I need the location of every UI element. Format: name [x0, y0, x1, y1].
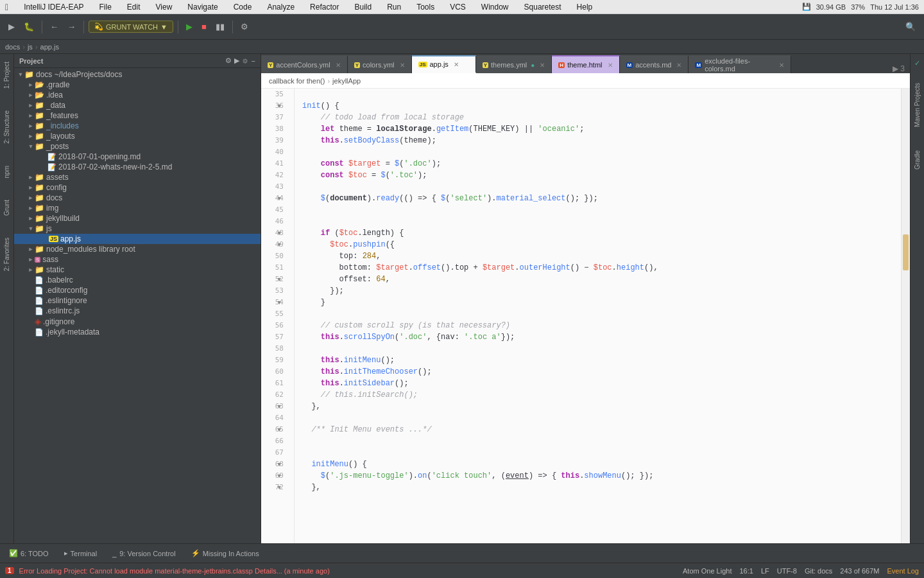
tree-item-post1[interactable]: 📝 2018-07-01-opening.md — [14, 152, 261, 162]
maven-projects-button[interactable]: Maven Projects — [912, 79, 922, 131]
toolbar-debug-btn[interactable]: 🐛 — [21, 20, 37, 33]
tree-item-features[interactable]: ► 📁 _features — [14, 110, 261, 121]
tab-appjs-close[interactable]: ✕ — [454, 61, 459, 68]
fold-68[interactable]: ▼ — [277, 461, 282, 468]
menu-run[interactable]: Run — [384, 3, 404, 12]
tab-accentcolors-close[interactable]: ✕ — [336, 62, 341, 69]
tree-item-static[interactable]: ► 📁 static — [14, 265, 261, 275]
tab-accentcolors[interactable]: Y accentColors.yml ✕ — [261, 55, 348, 73]
fold-72[interactable]: ▼ — [277, 484, 282, 491]
tab-colors-close[interactable]: ✕ — [400, 62, 405, 69]
toolbar-pause-btn[interactable]: ▮▮ — [212, 20, 228, 33]
tree-item-babelrc[interactable]: 📄 .babelrc — [14, 275, 261, 285]
fold-36[interactable]: ▼ — [277, 103, 282, 109]
menu-view[interactable]: View — [153, 3, 175, 12]
breadcrumb-docs[interactable]: docs — [5, 43, 20, 51]
tree-item-jekyllbuild[interactable]: ► 📁 jekyllbuild — [14, 213, 261, 223]
fold-63[interactable]: ▼ — [277, 403, 282, 410]
ed-breadcrumb-jekyllapp[interactable]: jekyllApp — [332, 77, 361, 85]
menu-help[interactable]: Help — [574, 3, 595, 12]
fold-69[interactable]: ▼ — [277, 473, 282, 479]
bottom-tab-vcs[interactable]: ⎯ 9: Version Control — [108, 548, 179, 559]
fold-48[interactable]: ▼ — [277, 230, 282, 236]
tree-item-gitignore[interactable]: ◈ .gitignore — [14, 316, 261, 327]
bottom-tab-todo[interactable]: ✅ 6: TODO — [5, 548, 53, 559]
tree-item-appjs[interactable]: JS app.js — [14, 234, 261, 244]
event-log-button[interactable]: Event Log — [887, 567, 919, 575]
tab-accents-md[interactable]: M accents.md ✕ — [620, 55, 689, 73]
grunt-tool-button[interactable]: Grunt — [2, 196, 12, 220]
tree-item-eslintignore[interactable]: 📄 .eslintignore — [14, 295, 261, 306]
fold-49[interactable]: ▼ — [277, 241, 282, 248]
code-editor[interactable]: init() { // todo load from local storage… — [295, 89, 901, 543]
tree-item-data[interactable]: ► 📁 _data — [14, 100, 261, 110]
toolbar-forward-btn[interactable]: → — [64, 20, 79, 33]
toolbar-stop-btn[interactable]: ■ — [198, 20, 210, 33]
panel-scroll-btn[interactable]: ▶ — [234, 57, 239, 65]
menu-code[interactable]: Code — [231, 3, 255, 12]
menu-edit[interactable]: Edit — [124, 3, 143, 12]
toolbar-play-btn[interactable]: ▶ — [183, 20, 196, 33]
grunt-watch-button[interactable]: 💫 GRUNT WATCH ▼ — [89, 21, 173, 33]
grunt-dropdown-icon[interactable]: ▼ — [160, 23, 167, 31]
checkmark-icon[interactable]: ✓ — [913, 57, 921, 70]
project-tool-button[interactable]: 1: Project — [2, 58, 12, 92]
breadcrumb-js[interactable]: js — [28, 43, 33, 51]
menu-navigate[interactable]: Navigate — [185, 3, 220, 12]
tree-item-eslintrcjs[interactable]: 📄 .eslintrc.js — [14, 306, 261, 316]
tree-item-config[interactable]: ► 📁 config — [14, 182, 261, 193]
tab-themes[interactable]: Y themes.yml ● ✕ — [476, 55, 552, 73]
tree-item-gradle[interactable]: ► 📂 .gradle — [14, 80, 261, 90]
fold-54[interactable]: ▼ — [277, 299, 282, 306]
menu-tools[interactable]: Tools — [414, 3, 437, 12]
ed-breadcrumb-callback[interactable]: callback for then() — [269, 77, 325, 85]
menu-analyze[interactable]: Analyze — [264, 3, 297, 12]
menu-build[interactable]: Build — [352, 3, 374, 12]
tab-theme-html-close[interactable]: ✕ — [608, 62, 613, 69]
vertical-scrollbar[interactable] — [901, 89, 910, 543]
toolbar-back-btn[interactable]: ← — [47, 20, 62, 33]
bottom-tab-missing[interactable]: ⚡ Missing In Actions — [187, 548, 263, 559]
tree-item-assets[interactable]: ► 📁 assets — [14, 172, 261, 182]
tab-accents-md-close[interactable]: ✕ — [676, 62, 681, 69]
toolbar-search-btn[interactable]: 🔍 — [902, 20, 919, 33]
tree-item-img[interactable]: ► 📁 img — [14, 203, 261, 213]
toolbar-settings-btn[interactable]: ⚙ — [237, 20, 252, 33]
menu-file[interactable]: File — [97, 3, 114, 12]
menu-vcs[interactable]: VCS — [447, 3, 468, 12]
gradle-button[interactable]: Gradle — [912, 146, 922, 173]
tree-item-docs[interactable]: ► 📁 docs — [14, 193, 261, 203]
menu-squaretest[interactable]: Squaretest — [522, 3, 564, 12]
tree-item-layouts[interactable]: ► 📁 _layouts — [14, 131, 261, 141]
menu-refactor[interactable]: Refactor — [307, 3, 341, 12]
tree-item-idea[interactable]: ► 📂 .idea — [14, 90, 261, 100]
menu-intellij[interactable]: IntelliJ IDEA-EAP — [21, 3, 86, 12]
tree-item-includes[interactable]: ► 📁 _includes — [14, 121, 261, 131]
structure-tool-button[interactable]: 2: Structure — [2, 107, 12, 148]
tab-appjs[interactable]: JS app.js ✕ — [412, 55, 476, 73]
tab-themes-close[interactable]: ✕ — [540, 62, 545, 69]
tab-excluded-close[interactable]: ✕ — [779, 62, 784, 69]
panel-gear-btn[interactable]: ⚙ — [225, 57, 232, 65]
bottom-tab-terminal[interactable]: ▸ Terminal — [60, 548, 101, 559]
favorites-tool-button[interactable]: 2: Favorites — [2, 234, 12, 275]
tab-more-button[interactable]: ▶ 3 — [887, 64, 910, 73]
fold-65[interactable]: ▼ — [277, 426, 282, 433]
tree-item-sass[interactable]: ► S sass — [14, 254, 261, 265]
tree-root[interactable]: ▼ 📁 docs ~/IdeaProjects/docs — [14, 69, 261, 80]
npm-tool-button[interactable]: npm — [2, 162, 12, 182]
tree-item-post2[interactable]: 📝 2018-07-02-whats-new-in-2-5.md — [14, 162, 261, 172]
tree-item-nodemodules[interactable]: ► 📁 node_modules library root — [14, 244, 261, 254]
tab-colors[interactable]: Y colors.yml ✕ — [348, 55, 412, 73]
toolbar-run-btn[interactable]: ▶ — [5, 20, 18, 33]
tab-theme-html[interactable]: H theme.html ✕ — [552, 55, 619, 73]
panel-settings-btn[interactable]: ⛭ — [242, 57, 249, 65]
panel-close-btn[interactable]: − — [252, 57, 255, 65]
tree-item-posts[interactable]: ▼ 📁 _posts — [14, 141, 261, 152]
fold-52[interactable]: ▼ — [277, 276, 282, 283]
scrollbar-thumb[interactable] — [903, 234, 909, 271]
fold-44[interactable]: ▼ — [277, 195, 282, 202]
tree-item-js[interactable]: ▼ 📁 js — [14, 223, 261, 234]
tree-item-jekyll-metadata[interactable]: 📄 .jekyll-metadata — [14, 327, 261, 337]
apple-menu[interactable]:  — [5, 2, 8, 12]
